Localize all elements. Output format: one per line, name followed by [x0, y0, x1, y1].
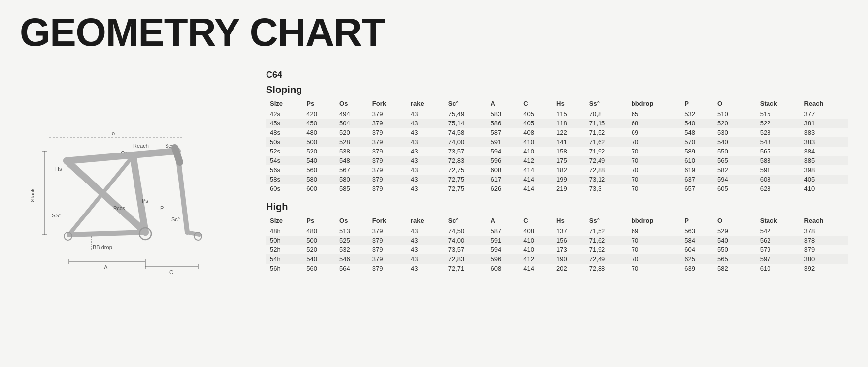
col-header-12: O: [713, 98, 746, 109]
cell-3-9: 72,49: [585, 254, 628, 264]
svg-text:Ps: Ps: [142, 198, 148, 204]
svg-text:BB drop: BB drop: [93, 245, 112, 250]
cell-3-1: 500: [302, 137, 335, 147]
cell-1-4: 43: [407, 119, 444, 128]
cell-2-4: 43: [407, 128, 444, 137]
cell-3-12: 540: [713, 137, 746, 147]
cell-4-0: 52s: [266, 147, 302, 156]
cell-1-5: 75,14: [444, 119, 487, 128]
cell-8-9: 73,3: [585, 184, 628, 193]
cell-2-5: 73,57: [444, 245, 487, 254]
cell-3-8: 141: [552, 137, 585, 147]
cell-3-7: 410: [519, 137, 552, 147]
cell-2-12: 550: [713, 245, 746, 254]
cell-3-14: 597: [756, 254, 801, 264]
col-header-0: Size: [266, 215, 302, 226]
cell-6-8: 182: [552, 165, 585, 175]
table-row: 54h5405463794372,8359641219072,497062556…: [266, 254, 848, 264]
cell-6-12: 582: [713, 165, 746, 175]
col-header-11: P: [680, 98, 713, 109]
cell-0-11: 532: [680, 109, 713, 119]
cell-6-0: 56s: [266, 165, 302, 175]
svg-text:SS°: SS°: [52, 213, 61, 218]
cell-1-11: 540: [680, 119, 713, 128]
cell-2-1: 480: [302, 128, 335, 137]
cell-1-14: 562: [756, 236, 801, 245]
cell-6-5: 72,75: [444, 165, 487, 175]
cell-0-15: 377: [801, 109, 849, 119]
cell-3-0: 54h: [266, 254, 302, 264]
col-header-13: [746, 215, 756, 226]
cell-3-13: [746, 137, 756, 147]
col-header-4: rake: [407, 215, 444, 226]
cell-2-2: 532: [335, 245, 368, 254]
cell-3-10: 70: [628, 254, 681, 264]
svg-text:Hs: Hs: [55, 166, 62, 172]
cell-0-6: 587: [487, 226, 520, 236]
cell-2-7: 408: [519, 128, 552, 137]
cell-0-7: 408: [519, 226, 552, 236]
cell-4-8: 158: [552, 147, 585, 156]
col-header-4: rake: [407, 98, 444, 109]
cell-0-5: 74,50: [444, 226, 487, 236]
col-header-3: Fork: [368, 215, 407, 226]
col-header-1: Ps: [302, 215, 335, 226]
cell-3-6: 591: [487, 137, 520, 147]
cell-2-2: 520: [335, 128, 368, 137]
cell-1-3: 379: [368, 119, 407, 128]
cell-3-4: 43: [407, 254, 444, 264]
cell-7-1: 580: [302, 175, 335, 184]
cell-4-3: 379: [368, 147, 407, 156]
cell-2-11: 604: [680, 245, 713, 254]
cell-4-11: 639: [680, 264, 713, 273]
cell-8-2: 585: [335, 184, 368, 193]
cell-8-3: 379: [368, 184, 407, 193]
cell-5-3: 379: [368, 156, 407, 165]
table-row: 52h5205323794373,5759441017371,927060455…: [266, 245, 848, 254]
cell-0-1: 480: [302, 226, 335, 236]
section-high: HighSizePsOsForkrakeSc°ACHsSs°bbdropPOSt…: [266, 201, 848, 273]
cell-4-8: 202: [552, 264, 585, 273]
cell-3-4: 43: [407, 137, 444, 147]
cell-4-3: 379: [368, 264, 407, 273]
cell-3-11: 625: [680, 254, 713, 264]
cell-5-1: 540: [302, 156, 335, 165]
cell-8-14: 628: [756, 184, 801, 193]
cell-4-7: 410: [519, 147, 552, 156]
table-row: 52s5205383794373,5759441015871,927058955…: [266, 147, 848, 156]
cell-1-13: [746, 119, 756, 128]
cell-2-5: 74,58: [444, 128, 487, 137]
cell-3-11: 570: [680, 137, 713, 147]
cell-6-9: 72,88: [585, 165, 628, 175]
cell-2-14: 528: [756, 128, 801, 137]
cell-4-4: 43: [407, 264, 444, 273]
cell-4-13: [746, 147, 756, 156]
cell-0-12: 510: [713, 109, 746, 119]
svg-text:Reach: Reach: [133, 143, 149, 149]
table-row: 56h5605643794372,7160841420272,887063958…: [266, 264, 848, 273]
cell-6-14: 591: [756, 165, 801, 175]
col-header-6: A: [487, 98, 520, 109]
cell-8-1: 600: [302, 184, 335, 193]
cell-8-13: [746, 184, 756, 193]
table-row: 50s5005283794374,0059141014171,627057054…: [266, 137, 848, 147]
cell-4-7: 414: [519, 264, 552, 273]
cell-4-2: 564: [335, 264, 368, 273]
cell-5-13: [746, 156, 756, 165]
cell-1-12: 520: [713, 119, 746, 128]
cell-8-11: 657: [680, 184, 713, 193]
cell-8-15: 410: [801, 184, 849, 193]
svg-line-5: [67, 151, 177, 161]
col-header-10: bbdrop: [628, 215, 681, 226]
cell-3-10: 70: [628, 137, 681, 147]
cell-3-5: 72,83: [444, 254, 487, 264]
cell-2-0: 52h: [266, 245, 302, 254]
cell-1-10: 70: [628, 236, 681, 245]
cell-3-15: 383: [801, 137, 849, 147]
table-row: 56s5605673794372,7560841418272,887061958…: [266, 165, 848, 175]
cell-4-9: 72,88: [585, 264, 628, 273]
table-sloping: SizePsOsForkrakeSc°ACHsSs°bbdropPOStackR…: [266, 98, 848, 193]
cell-1-7: 410: [519, 236, 552, 245]
cell-2-12: 530: [713, 128, 746, 137]
col-header-2: Os: [335, 215, 368, 226]
